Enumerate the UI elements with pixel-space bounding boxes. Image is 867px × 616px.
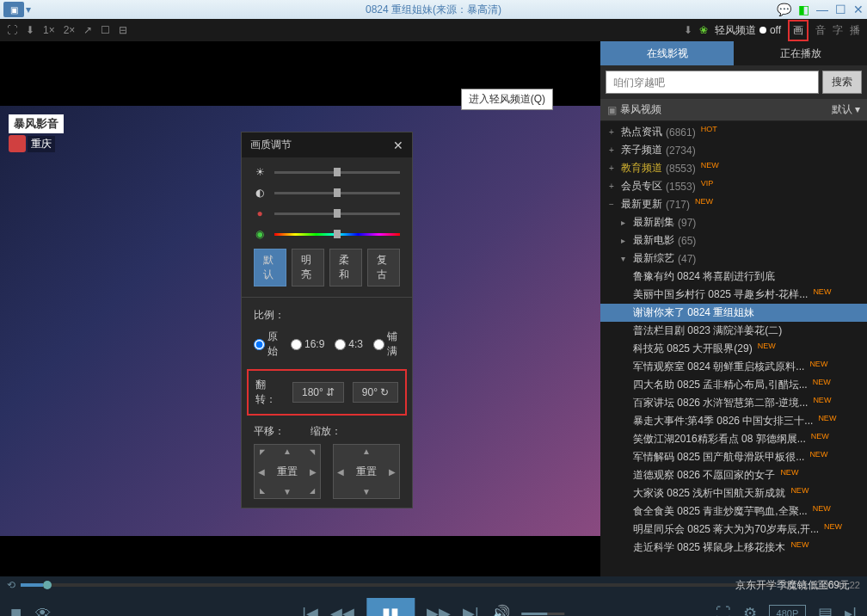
rotate-180-button[interactable]: 180°⇵	[292, 382, 344, 403]
leaf-icon[interactable]: ❀	[699, 24, 708, 36]
contrast-slider[interactable]	[274, 192, 400, 194]
zoom-reset-button[interactable]: 重置	[356, 465, 377, 479]
ratio-169-radio[interactable]: 16:9	[291, 338, 324, 350]
fullscreen-icon[interactable]: ⛶	[7, 24, 17, 36]
zoom-down-button[interactable]: ▼	[362, 487, 371, 496]
tree-item[interactable]: 普法栏目剧 0823 满院洋姜花(二)	[600, 322, 867, 340]
tree-item[interactable]: 美丽中国乡村行 0825 寻趣乡村-花样...NEW	[600, 286, 867, 304]
play-button[interactable]: 播	[850, 23, 860, 38]
pan-left-button[interactable]: ◀	[258, 467, 265, 477]
saturation-slider[interactable]	[274, 213, 400, 215]
tab-online[interactable]: 在线影视	[600, 41, 734, 65]
tree-item[interactable]: 暴走大事件:第4季 0826 中国女排三十...NEW	[600, 412, 867, 430]
preset-bright-button[interactable]: 明亮	[292, 249, 324, 286]
eye-icon[interactable]: 👁	[35, 605, 51, 617]
source-dropdown[interactable]: 默认 ▾	[832, 102, 860, 117]
tree-item[interactable]: ▸最新电影(65)	[600, 231, 867, 249]
close-icon[interactable]: ✕	[853, 3, 864, 16]
toggle-icon[interactable]: −	[609, 200, 618, 209]
tree-item[interactable]: 四大名助 0825 孟非精心布局,引醋坛...NEW	[600, 376, 867, 394]
prev-track-button[interactable]: |◀	[302, 604, 318, 616]
pan-dl-button[interactable]: ◣	[260, 487, 265, 495]
tree-item[interactable]: 军情解码 0825 国产航母滑跃甲板很...NEW	[600, 448, 867, 466]
logo-dropdown-icon[interactable]: ▾	[26, 3, 31, 15]
subtitle-button[interactable]: 字	[833, 23, 843, 38]
panel-close-icon[interactable]: ✕	[393, 139, 403, 152]
rewind-button[interactable]: ◀◀	[330, 604, 354, 616]
ratio-43-radio[interactable]: 4:3	[335, 338, 363, 350]
search-button[interactable]: 搜索	[822, 71, 862, 94]
tree-item[interactable]: 大家谈 0825 浅析中国航天新成就NEW	[600, 484, 867, 502]
tree-item[interactable]: 食全食美 0825 青韭炒魔芋鸭血,全聚...NEW	[600, 502, 867, 521]
toggle-icon[interactable]: ▸	[621, 236, 630, 245]
rotate-90-button[interactable]: 90°↻	[353, 382, 398, 403]
pan-dr-button[interactable]: ◢	[310, 487, 315, 495]
video-area[interactable]: 进入轻风频道(Q) 暴风影音 重庆 画质调节 ✕ ☀ ◐ ● ◉ 默认 明亮 柔…	[0, 41, 600, 576]
tree-item[interactable]: 百家讲坛 0826 水浒智慧第二部-逆境...NEW	[600, 394, 867, 412]
tree-item[interactable]: 明星同乐会 0825 蒋大为为70岁寿辰,开...NEW	[600, 521, 867, 539]
pan-ul-button[interactable]: ◤	[260, 448, 265, 456]
chat-icon[interactable]: 💬	[777, 3, 791, 16]
zoom-right-button[interactable]: ▶	[389, 467, 396, 477]
preset-default-button[interactable]: 默认	[254, 249, 286, 286]
brightness-slider[interactable]	[274, 171, 400, 174]
pause-button[interactable]: ▮▮	[366, 598, 415, 616]
tree-item[interactable]: ▸最新剧集(97)	[600, 213, 867, 231]
pan-up-button[interactable]: ▲	[283, 447, 292, 456]
pan-right-button[interactable]: ▶	[310, 467, 317, 477]
tree-item[interactable]: 鲁豫有约 0824 将喜剧进行到底	[600, 268, 867, 286]
tree-item[interactable]: ▾最新综艺(47)	[600, 249, 867, 268]
tree-item[interactable]: +教育频道(8553)NEW	[600, 159, 867, 177]
loop-icon[interactable]: ⟲	[7, 579, 15, 591]
ad-text[interactable]: 京东开学季魔镜低至69元	[735, 578, 850, 593]
ratio-original-radio[interactable]: 原始	[254, 330, 280, 359]
download-icon[interactable]: ⬇	[684, 24, 692, 36]
tree-item[interactable]: +热点资讯(6861)HOT	[600, 123, 867, 141]
forward-button[interactable]: ▶▶	[427, 604, 451, 616]
tree-item[interactable]: −最新更新(717)NEW	[600, 195, 867, 213]
tree-item[interactable]: +会员专区(1553)VIP	[600, 177, 867, 195]
speed-2x-icon[interactable]: 2×	[64, 24, 76, 36]
preset-retro-button[interactable]: 复古	[367, 249, 400, 286]
toggle-icon[interactable]: +	[609, 145, 618, 155]
tree-item[interactable]: 科技苑 0825 大开眼界(29)NEW	[600, 340, 867, 358]
maximize-icon[interactable]: ☐	[835, 3, 846, 16]
stop-button[interactable]: ■	[10, 602, 22, 616]
volume-icon[interactable]: 🔊	[491, 604, 510, 616]
zoom-up-button[interactable]: ▲	[362, 447, 371, 456]
volume-slider[interactable]	[522, 613, 565, 615]
search-input[interactable]	[606, 71, 819, 94]
ratio-fill-radio[interactable]: 铺满	[373, 330, 400, 359]
tree-item[interactable]: 谢谢你来了 0824 重组姐妹	[600, 304, 867, 322]
speed-1x-icon[interactable]: 1×	[43, 24, 55, 36]
preset-soft-button[interactable]: 柔和	[329, 249, 362, 286]
pan-reset-button[interactable]: 重置	[277, 465, 298, 479]
expand-icon[interactable]: ⛶	[716, 605, 731, 617]
toggle-icon[interactable]: +	[609, 163, 618, 173]
playlist-icon[interactable]: ▤	[818, 604, 833, 616]
next-track-button[interactable]: ▶|	[463, 604, 479, 616]
collapse-icon[interactable]: ▸|	[845, 604, 857, 616]
channel-label[interactable]: 轻风频道 off	[715, 23, 781, 38]
db-icon[interactable]: ⊟	[119, 24, 127, 36]
pan-down-button[interactable]: ▼	[283, 487, 292, 496]
toggle-icon[interactable]: ▾	[621, 254, 630, 263]
tree-item[interactable]: +亲子频道(2734)	[600, 141, 867, 159]
source-expand-icon[interactable]: ▣	[607, 104, 617, 116]
progress-track[interactable]	[21, 583, 775, 587]
quality-button[interactable]: 480P	[769, 605, 807, 616]
toggle-icon[interactable]: ▸	[621, 218, 630, 227]
tree-item[interactable]: 笑傲江湖2016精彩看点 08 郭德纲展...NEW	[600, 430, 867, 448]
settings-icon[interactable]: ⚙	[743, 604, 757, 616]
arrow-icon[interactable]: ↗	[83, 24, 92, 36]
app-logo[interactable]: ▣	[3, 2, 24, 17]
tree-item[interactable]: 道德观察 0826 不愿回家的女子NEW	[600, 466, 867, 484]
pin-icon[interactable]: ⬇	[26, 24, 34, 36]
color-icon[interactable]: ◧	[798, 3, 809, 16]
toggle-icon[interactable]: +	[609, 182, 618, 191]
tab-playing[interactable]: 正在播放	[734, 41, 867, 65]
audio-button[interactable]: 音	[815, 23, 826, 38]
zoom-left-button[interactable]: ◀	[337, 467, 344, 477]
minimize-icon[interactable]: —	[816, 3, 828, 16]
toggle-icon[interactable]: +	[609, 127, 618, 137]
